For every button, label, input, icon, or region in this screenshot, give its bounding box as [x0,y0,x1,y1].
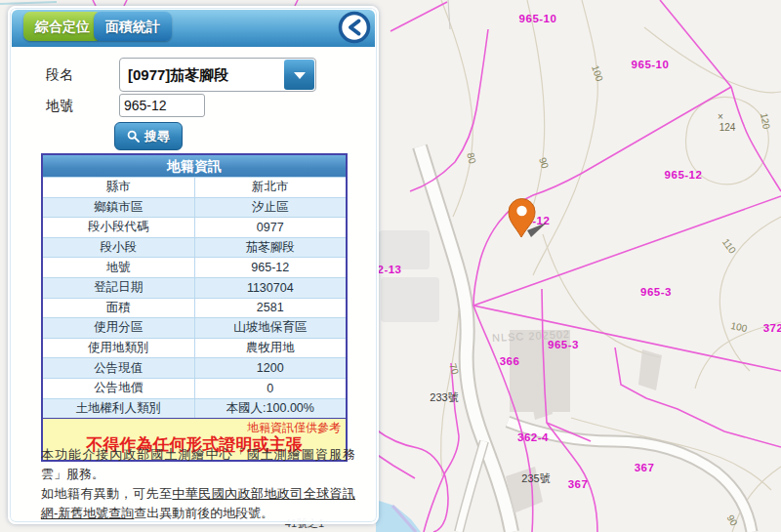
row-label-cell: 公告現值 [43,358,194,379]
table-row: 縣市新北市 [43,178,346,198]
table-row: 段小段代碼0977 [43,218,346,238]
footer-text2-prefix: 如地籍有異動，可先至 [41,486,172,501]
row-value-cell: 山坡地保育區 [194,318,346,339]
watermark-fragment [381,277,439,322]
search-icon [127,130,140,143]
tab-combined-positioning[interactable]: 綜合定位 [23,12,102,41]
section-label: 段名 [46,66,73,84]
left-arrow-icon [338,11,371,44]
row-value-cell: 0 [194,378,346,398]
row-value-cell: 1130704 [194,277,346,298]
search-button[interactable]: 搜尋 [114,122,183,150]
cadastral-info-table: 地籍資訊 縣市新北市鄉鎮市區汐止區段小段代碼0977段小段茄苳腳段地號965-1… [41,153,348,462]
row-value-cell: 965-12 [194,258,346,278]
row-value-cell: 茄苳腳段 [194,237,346,258]
row-label-cell: 段小段 [43,237,194,258]
row-label-cell: 段小段代碼 [43,218,194,238]
table-row: 鄉鎮市區汐止區 [43,197,346,218]
row-value-cell: 新北市 [194,178,346,198]
table-title: 地籍資訊 [43,155,346,177]
row-label-cell: 登記日期 [43,277,194,298]
row-value-cell: 汐止區 [194,197,346,218]
chevron-down-icon [294,72,306,79]
lot-label: 地號 [46,98,73,115]
back-button[interactable] [338,11,371,44]
table-row: 面積2581 [43,298,346,318]
table-row: 公告地價0 [43,378,346,398]
row-label-cell: 面積 [43,298,194,318]
search-button-label: 搜尋 [144,128,170,145]
disclaimer-line1: 地籍資訊僅供參考 [48,421,341,434]
row-label-cell: 使用分區 [43,318,194,339]
table-row: 公告現值1200 [43,358,346,379]
table-row: 登記日期1130704 [43,277,346,298]
app-window: 965-10965-10965-12965-12965-3965-3366372… [0,0,781,532]
search-panel: 綜合定位 面積統計 段名 [0977]茄苳腳段 地號 搜尋 [8,6,379,524]
row-label-cell: 地號 [43,258,194,278]
row-value-cell: 本國人:100.00% [194,398,346,418]
row-label-cell: 使用地類別 [43,338,194,358]
row-value-cell: 2581 [194,298,346,318]
footer-text1: 本功能介接內政部國土測繪中心「國土測繪圖資服務雲」服務。 [41,447,355,481]
table-row: 地號965-12 [43,258,346,278]
watermark-fragment [379,230,430,269]
table-row: 土地權利人類別本國人:100.00% [43,398,346,418]
table-row: 使用地類別農牧用地 [43,338,346,358]
table-row: 使用分區山坡地保育區 [43,318,346,339]
tab-area-statistics[interactable]: 面積統計 [94,12,172,41]
row-value-cell: 0977 [194,218,346,238]
row-label-cell: 縣市 [43,178,194,198]
panel-footer-text: 本功能介接內政部國土測繪中心「國土測繪圖資服務雲」服務。 如地籍有異動，可先至中… [41,445,355,523]
row-value-cell: 農牧用地 [194,338,346,358]
table-row: 段小段茄苳腳段 [43,237,346,258]
row-value-cell: 1200 [194,358,346,379]
row-label-cell: 公告地價 [43,378,194,398]
lot-number-input[interactable] [119,94,205,117]
section-select[interactable]: [0977]茄苳腳段 [119,58,316,92]
row-label-cell: 鄉鎮市區 [43,197,194,218]
footer-text2-suffix: 查出異動前後的地段號。 [134,506,273,520]
section-select-value: [0977]茄苳腳段 [128,59,228,91]
row-label-cell: 土地權利人類別 [43,398,194,418]
select-dropdown-button[interactable] [284,60,314,90]
